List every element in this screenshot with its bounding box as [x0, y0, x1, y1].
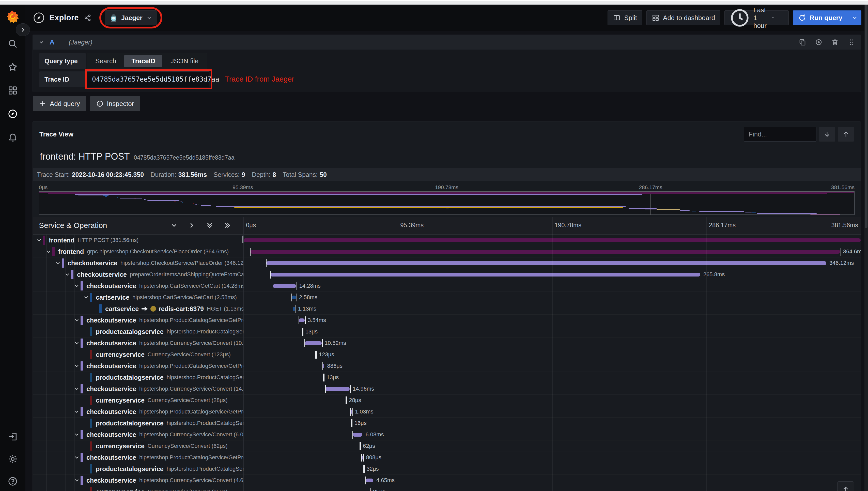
span-row[interactable]: checkoutservicehipstershop.ProductCatalo… [33, 452, 861, 463]
span-timeline-cell[interactable]: 13μs [243, 326, 861, 337]
span-timeline-cell[interactable]: 14.28ms [243, 280, 861, 291]
find-input[interactable]: Find... [744, 127, 816, 142]
span-row[interactable]: frontendHTTP POST (381.56ms) [33, 235, 861, 246]
span-row[interactable]: checkoutservicehipstershop.CurrencyServi… [33, 429, 861, 440]
expand-all-icon[interactable] [223, 222, 231, 229]
disable-query-icon[interactable] [815, 38, 822, 46]
span-row[interactable]: productcatalogservicehipstershop.Product… [33, 372, 861, 383]
span-row[interactable]: checkoutservicehipstershop.CurrencyServi… [33, 338, 861, 349]
span-duration-bar[interactable] [270, 273, 700, 277]
span-row[interactable]: productcatalogservicehipstershop.Product… [33, 463, 861, 475]
scroll-to-top-button[interactable] [837, 481, 854, 491]
search-icon[interactable] [8, 39, 18, 49]
span-timeline-cell[interactable]: 28μs [243, 395, 861, 406]
starred-icon[interactable] [8, 62, 18, 72]
span-collapse-icon[interactable] [73, 409, 81, 414]
span-timeline-cell[interactable]: 265.8ms [243, 269, 861, 280]
span-row[interactable]: cartservicehipstershop.CartService/GetCa… [33, 292, 861, 303]
span-collapse-icon[interactable] [73, 340, 81, 346]
span-row[interactable]: checkoutservicehipstershop.CartService/G… [33, 280, 861, 292]
find-next-button[interactable] [819, 127, 835, 142]
span-row[interactable]: currencyserviceCurrencyService/Convert (… [33, 349, 861, 360]
span-timeline-cell[interactable]: 346.12ms [243, 257, 861, 269]
span-collapse-icon[interactable] [63, 272, 71, 277]
inspector-button[interactable]: Inspector [90, 96, 140, 111]
span-timeline-cell[interactable]: 1.03ms [243, 406, 861, 417]
span-timeline-cell[interactable]: 13μs [243, 372, 861, 383]
span-timeline-cell[interactable]: 25μs [243, 486, 861, 491]
span-timeline-cell[interactable]: 3.54ms [243, 315, 861, 326]
span-duration-bar[interactable] [292, 295, 296, 299]
span-row[interactable]: checkoutservicehipstershop.ProductCatalo… [33, 315, 861, 326]
time-range-button[interactable]: Last 1 hour [725, 11, 779, 25]
help-icon[interactable] [8, 476, 18, 486]
span-timeline-cell[interactable]: 10.52ms [243, 338, 861, 349]
span-collapse-icon[interactable] [82, 294, 90, 300]
span-collapse-icon[interactable] [73, 455, 81, 460]
run-query-button[interactable]: Run query [793, 10, 848, 25]
span-timeline-cell[interactable]: 123μs [243, 349, 861, 360]
query-type-tab-json-file[interactable]: JSON file [163, 55, 206, 67]
span-duration-bar[interactable] [266, 261, 826, 265]
span-duration-bar[interactable] [293, 307, 295, 311]
span-row[interactable]: checkoutservicehipstershop.CheckoutServi… [33, 257, 861, 269]
trace-id-input[interactable]: 04785da37657ee5e5dd5185ffe83d7aa [87, 71, 209, 87]
span-timeline-cell[interactable]: 1.13ms [243, 303, 861, 314]
copy-query-icon[interactable] [799, 38, 806, 46]
span-timeline-cell[interactable]: 16μs [243, 417, 861, 429]
query-row-header[interactable]: A (Jaeger) [33, 35, 861, 50]
span-timeline-cell[interactable]: 364.6ms [243, 246, 861, 257]
query-type-tab-search[interactable]: Search [88, 55, 123, 67]
delete-query-icon[interactable] [831, 38, 839, 46]
collapse-query-icon[interactable] [38, 39, 44, 45]
span-collapse-icon[interactable] [73, 432, 81, 437]
span-row[interactable]: currencyserviceCurrencyService/Convert (… [33, 440, 861, 452]
span-collapse-icon[interactable] [45, 249, 52, 254]
span-collapse-icon[interactable] [54, 260, 62, 266]
span-collapse-icon[interactable] [73, 317, 81, 323]
span-row[interactable]: checkoutserviceprepareOrderItemsAndShipp… [33, 269, 861, 280]
span-collapse-icon[interactable] [73, 283, 81, 289]
span-timeline-cell[interactable]: 2.58ms [243, 292, 861, 303]
trace-minimap[interactable] [39, 191, 855, 215]
page-scrollbar[interactable] [864, 5, 868, 491]
collapse-one-icon[interactable] [170, 222, 178, 229]
span-duration-bar[interactable] [243, 238, 861, 242]
column-divider[interactable] [243, 217, 244, 491]
span-row[interactable]: productcatalogservicehipstershop.Product… [33, 417, 861, 429]
span-duration-bar[interactable] [299, 318, 305, 322]
span-collapse-icon[interactable] [35, 237, 43, 243]
collapse-all-icon[interactable] [206, 222, 213, 229]
expand-sidebar-button[interactable] [16, 23, 30, 36]
span-timeline-cell[interactable]: 62μs [243, 440, 861, 452]
span-row[interactable]: checkoutservicehipstershop.CurrencyServi… [33, 475, 861, 486]
span-timeline-cell[interactable]: 4.65ms [243, 475, 861, 486]
find-prev-button[interactable] [838, 127, 854, 142]
zoom-out-time-button[interactable] [779, 11, 788, 25]
span-duration-bar[interactable] [353, 433, 363, 437]
datasource-picker[interactable]: Jaeger [105, 10, 157, 25]
span-duration-bar[interactable] [326, 387, 350, 391]
span-collapse-icon[interactable] [73, 363, 81, 369]
span-timeline-cell[interactable]: 808μs [243, 452, 861, 463]
add-query-button[interactable]: Add query [33, 96, 86, 111]
dashboards-icon[interactable] [8, 85, 18, 95]
share-link-icon[interactable] [84, 14, 91, 22]
span-timeline-cell[interactable]: 32μs [243, 463, 861, 474]
span-row[interactable]: checkoutservicehipstershop.ProductCatalo… [33, 406, 861, 417]
span-row[interactable]: checkoutservicehipstershop.CurrencyServi… [33, 383, 861, 395]
span-timeline-cell[interactable]: 14.96ms [243, 383, 861, 395]
split-button[interactable]: Split [607, 10, 642, 25]
expand-one-icon[interactable] [188, 222, 196, 229]
span-timeline-cell[interactable]: 886μs [243, 360, 861, 372]
span-timeline-cell[interactable]: 6.08ms [243, 429, 861, 440]
span-duration-bar[interactable] [250, 250, 840, 254]
query-type-tab-traceid[interactable]: TraceID [124, 55, 162, 67]
alerting-icon[interactable] [8, 132, 18, 142]
add-to-dashboard-button[interactable]: Add to dashboard [647, 10, 720, 25]
explore-icon[interactable] [8, 109, 18, 119]
span-row[interactable]: checkoutservicehipstershop.ProductCatalo… [33, 360, 861, 372]
run-query-options-button[interactable] [848, 10, 861, 25]
span-collapse-icon[interactable] [73, 478, 81, 483]
settings-gear-icon[interactable] [8, 454, 18, 464]
